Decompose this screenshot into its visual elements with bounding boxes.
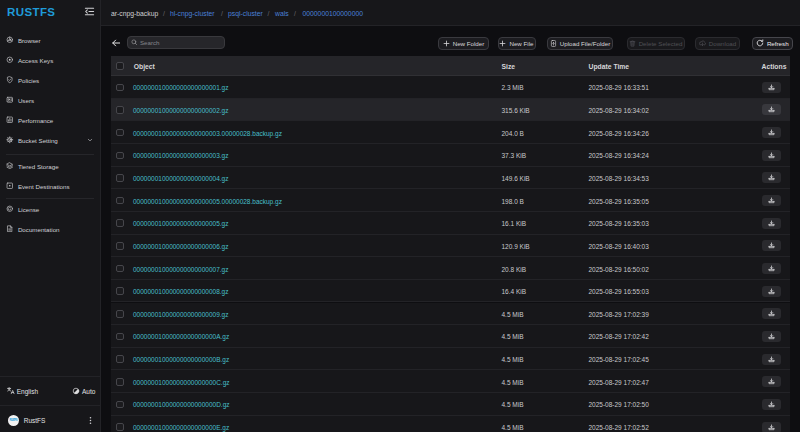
- svg-text:RUSTFS: RUSTFS: [9, 418, 17, 422]
